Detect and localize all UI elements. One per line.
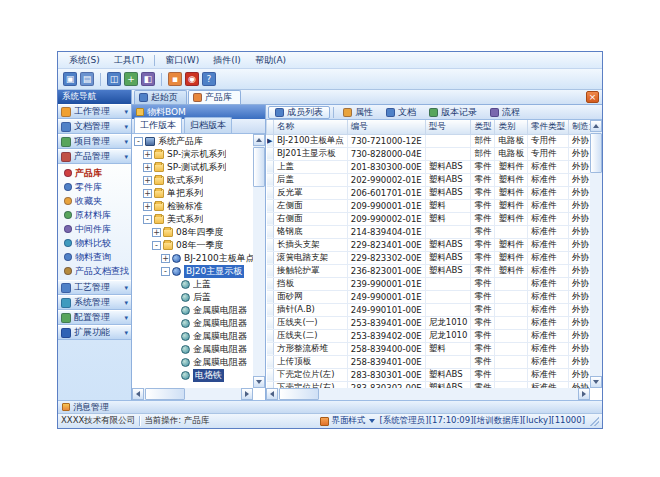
scrollbar-thumb[interactable] bbox=[145, 388, 185, 400]
plugin-icon[interactable]: + bbox=[124, 72, 138, 86]
nav-group-config-mgmt[interactable]: 配置管理▾ bbox=[58, 310, 131, 325]
tree-node[interactable]: +SP-测试机系列 bbox=[132, 161, 253, 174]
table-row[interactable]: 铬钢底214-839404-01E零件标准件外协条 bbox=[267, 225, 591, 238]
tree-node[interactable]: -美式系列 bbox=[132, 213, 253, 226]
nav-item-product-lib[interactable]: 产品库 bbox=[58, 166, 131, 180]
ui-style-button[interactable]: 界面样式 bbox=[332, 415, 366, 427]
table-row[interactable]: BJ201主显示板730-828000-04E部件电路板专用件外协颗 bbox=[267, 147, 591, 160]
table-row[interactable]: 下壳定位片(左)283-830301-00E塑料ABS零件标准件外协条 bbox=[267, 368, 591, 381]
nav-item-product-doc-search[interactable]: 产品文档查找 bbox=[58, 264, 131, 278]
column-header[interactable]: 零件类型 bbox=[527, 120, 568, 134]
table-row[interactable]: 后盖202-990002-01E塑料ABS零件塑料件标准件外协条 bbox=[267, 173, 591, 186]
expand-icon[interactable]: + bbox=[143, 150, 152, 159]
table-row[interactable]: 上盖201-830300-00E塑料ABS零件塑料件标准件外协条 bbox=[267, 160, 591, 173]
tree-node[interactable]: +检验标准 bbox=[132, 200, 253, 213]
help-icon[interactable]: ? bbox=[202, 72, 216, 86]
nav-group-system-mgmt[interactable]: 系统管理▾ bbox=[58, 295, 131, 310]
expand-icon[interactable]: + bbox=[143, 176, 152, 185]
nav-item-raw-material-lib[interactable]: 原材料库 bbox=[58, 208, 131, 222]
menu-item-help[interactable]: 帮助(A) bbox=[248, 52, 293, 69]
detail-tab-workflow[interactable]: 流程 bbox=[484, 106, 526, 119]
nav-group-doc-mgmt[interactable]: 文档管理▾ bbox=[58, 119, 131, 134]
table-row[interactable]: 方形整流桥堆258-839400-00E塑料零件标准件外协条 bbox=[267, 342, 591, 355]
nav-group-product-mgmt[interactable]: 产品管理▾ bbox=[58, 149, 131, 164]
expand-icon[interactable]: + bbox=[143, 163, 152, 172]
tree-node[interactable]: 金属膜电阻器 bbox=[132, 317, 253, 330]
nav-item-material-compare[interactable]: 物料比较 bbox=[58, 236, 131, 250]
scrollbar-thumb[interactable] bbox=[590, 133, 602, 173]
menu-item-window[interactable]: 窗口(W) bbox=[158, 52, 206, 69]
table-row[interactable]: 接触轮护罩236-823001-00E塑料ABS零件塑料件标准件外协条 bbox=[267, 264, 591, 277]
collapse-icon[interactable]: - bbox=[152, 241, 161, 250]
menu-item-system[interactable]: 系统(S) bbox=[62, 52, 107, 69]
nav-item-favorites[interactable]: 收藏夹 bbox=[58, 194, 131, 208]
scroll-up-icon[interactable] bbox=[590, 120, 602, 132]
column-header[interactable]: 型号 bbox=[425, 120, 471, 134]
table-row[interactable]: 上传顶板258-839401-00E零件标准件外协条 bbox=[267, 355, 591, 368]
table-row[interactable]: 压线夹(一)253-839401-00E尼龙1010零件标准件外协条 bbox=[267, 316, 591, 329]
style-icon[interactable]: ◧ bbox=[141, 72, 155, 86]
menu-item-tools[interactable]: 工具(T) bbox=[107, 52, 152, 69]
scrollbar-thumb[interactable] bbox=[253, 147, 265, 187]
lock-icon[interactable]: ▪ bbox=[168, 72, 182, 86]
nav-group-process-mgmt[interactable]: 工艺管理▾ bbox=[58, 280, 131, 295]
window-manager-icon[interactable]: ◫ bbox=[107, 72, 121, 86]
table-row[interactable]: 挡板239-990001-01E零件标准件外协条 bbox=[267, 277, 591, 290]
resize-grip[interactable] bbox=[589, 416, 599, 426]
nav-group-extensions[interactable]: 扩展功能▾ bbox=[58, 325, 131, 340]
bom-tree-horizontal-scrollbar[interactable] bbox=[132, 388, 253, 400]
scroll-right-icon[interactable] bbox=[578, 388, 590, 400]
column-header[interactable]: 制造方式 bbox=[568, 120, 590, 134]
expand-icon[interactable]: + bbox=[152, 228, 161, 237]
collapse-icon[interactable]: - bbox=[161, 267, 170, 276]
tree-node[interactable]: 后盖 bbox=[132, 291, 253, 304]
column-header[interactable]: 类别 bbox=[495, 120, 528, 134]
scroll-left-icon[interactable] bbox=[132, 388, 144, 400]
menu-item-plugins[interactable]: 插件(I) bbox=[206, 52, 248, 69]
tree-node[interactable]: -系统产品库 bbox=[132, 135, 253, 148]
nav-group-project-mgmt[interactable]: 项目管理▾ bbox=[58, 134, 131, 149]
tree-node[interactable]: 金属膜电阻器 bbox=[132, 356, 253, 369]
scroll-up-icon[interactable] bbox=[253, 134, 265, 146]
tab-product-lib[interactable]: 产品库 bbox=[188, 90, 241, 104]
tree-node[interactable]: +欧式系列 bbox=[132, 174, 253, 187]
table-row[interactable]: 压线夹(二)253-839402-00E尼龙1010零件标准件外协条 bbox=[267, 329, 591, 342]
table-row[interactable]: 右侧面209-990002-01E塑料零件塑料件标准件外协条 bbox=[267, 212, 591, 225]
nav-group-work-mgmt[interactable]: 工作管理▾ bbox=[58, 104, 131, 119]
collapse-icon[interactable]: - bbox=[134, 137, 143, 146]
message-panel-bar[interactable]: 消息管理 bbox=[58, 400, 602, 413]
scroll-right-icon[interactable] bbox=[241, 388, 253, 400]
chevron-down-icon[interactable] bbox=[369, 419, 375, 423]
table-row[interactable]: 滚簧电踏支架229-823302-00E塑料ABS零件塑料件标准件外协条 bbox=[267, 251, 591, 264]
tree-node[interactable]: 电烙铁 bbox=[132, 369, 253, 382]
expand-icon[interactable]: + bbox=[161, 254, 170, 263]
grid-horizontal-scrollbar[interactable] bbox=[266, 388, 590, 400]
tree-node[interactable]: +BJ-2100主板单点 bbox=[132, 252, 253, 265]
exit-icon[interactable]: ◉ bbox=[185, 72, 199, 86]
system-icon[interactable]: ▣ bbox=[63, 72, 77, 86]
expand-icon[interactable]: + bbox=[143, 202, 152, 211]
nav-item-material-query[interactable]: 物料查询 bbox=[58, 250, 131, 264]
column-header[interactable] bbox=[267, 120, 274, 134]
table-row[interactable]: 左侧面209-990001-01E塑料零件塑料件标准件外协条 bbox=[267, 199, 591, 212]
expand-icon[interactable]: + bbox=[143, 189, 152, 198]
column-header[interactable]: 名称 bbox=[274, 120, 348, 134]
tree-node[interactable]: -BJ20主显示板 bbox=[132, 265, 253, 278]
tree-node[interactable]: +单把系列 bbox=[132, 187, 253, 200]
scroll-down-icon[interactable] bbox=[590, 376, 602, 388]
table-row[interactable]: 下壳定位片(右)283-830302-00E塑料ABS零件标准件外协条 bbox=[267, 381, 591, 388]
nav-item-middleware-lib[interactable]: 中间件库 bbox=[58, 222, 131, 236]
tree-node[interactable]: 上盖 bbox=[132, 278, 253, 291]
table-row[interactable]: ▶BJ-2100主板单点730-721000-12E部件电路板专用件外协颗 bbox=[267, 134, 591, 147]
tree-node[interactable]: +SP-演示机系列 bbox=[132, 148, 253, 161]
column-header[interactable]: 类型 bbox=[471, 120, 495, 134]
nav-item-part-lib[interactable]: 零件库 bbox=[58, 180, 131, 194]
tree-node[interactable]: 金属膜电阻器 bbox=[132, 304, 253, 317]
tree-node[interactable]: 金属膜电阻器 bbox=[132, 343, 253, 356]
detail-tab-member-list[interactable]: 成员列表 bbox=[268, 106, 330, 119]
detail-tab-documents[interactable]: 文档 bbox=[380, 106, 422, 119]
scrollbar-thumb[interactable] bbox=[279, 388, 319, 400]
table-row[interactable]: 插针(A.B)249-990101-00E零件标准件外协条 bbox=[267, 303, 591, 316]
tree-node[interactable]: -08年一季度 bbox=[132, 239, 253, 252]
table-row[interactable]: 面砂网249-990001-01E零件标准件外协条 bbox=[267, 290, 591, 303]
